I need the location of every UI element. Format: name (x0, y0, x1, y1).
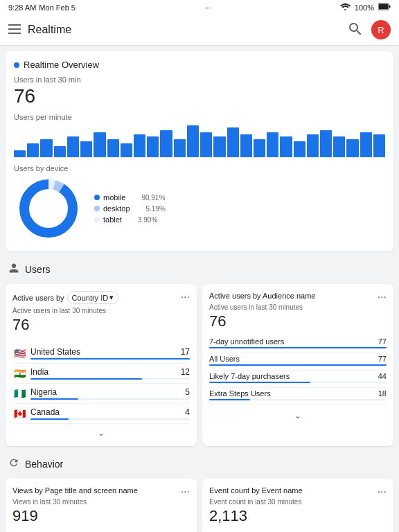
realtime-overview-header: Realtime Overview (14, 60, 385, 70)
svg-rect-2 (389, 6, 390, 8)
chart-bar (360, 132, 372, 157)
chart-bar (134, 134, 145, 157)
device-legend: mobile 90.91% desktop 5.19% tablet 3.90% (94, 193, 166, 224)
audience-list-item: Extra Steps Users 18 (209, 389, 387, 405)
search-icon[interactable] (349, 23, 362, 37)
audience-count: 77 (378, 337, 387, 346)
audience-card-header: Active users by Audience name Active use… (209, 291, 387, 335)
users-title-text: Users (25, 264, 51, 275)
audience-card-title: Active users by Audience name (209, 291, 315, 301)
status-right: 100% (340, 3, 391, 12)
chart-bar (187, 125, 199, 157)
legend-percent: 5.19% (146, 205, 166, 213)
legend-dot (94, 217, 100, 222)
by-device-label: Users by device (14, 164, 385, 172)
country-flag: 🇨🇦 (12, 408, 26, 419)
country-name: India (30, 367, 181, 377)
country-card-header: Active users by Country ID ▾ Active user… (12, 291, 190, 338)
views-more-icon[interactable]: ··· (181, 486, 190, 498)
behavior-icon (8, 457, 19, 470)
filter-row: Active users by Country ID ▾ (12, 291, 118, 304)
active-users-by-label: Active users by (12, 294, 64, 302)
chart-bar (107, 139, 119, 157)
audience-list-item: All Users 77 (209, 355, 387, 371)
chart-bar (27, 143, 39, 157)
country-list-item: 🇨🇦 Canada 4 (12, 404, 190, 424)
donut-chart (14, 174, 83, 243)
country-chevron[interactable]: ⌄ (12, 424, 190, 439)
audience-list: 7-day unnotified users 77 All Users 77 L… (209, 337, 387, 405)
event-subtitle: Event count in last 30 minutes (209, 498, 303, 506)
chart-bar (307, 134, 319, 157)
chart-bar (280, 136, 292, 157)
chart-bar (160, 130, 172, 157)
page-title: Realtime (28, 24, 71, 36)
per-minute-label: Users per minute (14, 113, 385, 121)
top-nav-right: R (349, 20, 391, 39)
top-nav-left: Realtime (8, 23, 71, 37)
country-list: 🇺🇸 United States 17 🇮🇳 India 12 🇳🇬 Niger… (12, 344, 190, 424)
country-flag: 🇮🇳 (12, 368, 26, 379)
svg-rect-1 (379, 4, 388, 9)
legend-name: mobile (103, 193, 125, 202)
legend-dot (94, 195, 100, 200)
chevron-down-icon: ⌄ (98, 428, 105, 438)
event-card-header: Event count by Event name Event count in… (209, 486, 387, 529)
country-list-item: 🇮🇳 India 12 (12, 364, 190, 384)
country-card-title-area: Active users by Country ID ▾ Active user… (12, 291, 118, 338)
chart-bar (333, 136, 345, 157)
users-label: Users in last 30 min (14, 76, 385, 84)
chart-bar (240, 134, 252, 157)
chart-bar (174, 139, 186, 157)
realtime-dot (14, 62, 19, 68)
filter-label: Country ID (72, 294, 109, 302)
chart-bar (121, 143, 132, 157)
audience-name: Extra Steps Users (209, 389, 378, 398)
status-dots: ··· (204, 3, 211, 12)
status-time: 9:28 AM (8, 3, 36, 12)
chevron-down-icon: ⌄ (294, 411, 301, 420)
chart-bar (94, 132, 105, 157)
event-card-title-area: Event count by Event name Event count in… (209, 486, 303, 529)
chart-bar (213, 136, 225, 157)
status-center: ··· (204, 3, 211, 12)
legend-item: desktop 5.19% (94, 204, 166, 213)
users-section-title: Users (6, 257, 393, 278)
audience-more-icon[interactable]: ··· (378, 291, 387, 303)
device-section: mobile 90.91% desktop 5.19% tablet 3.90% (14, 174, 385, 243)
country-item-inner: Canada 4 (30, 407, 190, 420)
legend-name: tablet (103, 215, 122, 224)
legend-item: mobile 90.91% (94, 193, 166, 202)
audience-count: 77 (378, 355, 387, 363)
views-title: Views by Page title and screen name (12, 486, 138, 495)
battery-percentage: 100% (355, 3, 374, 12)
avatar[interactable]: R (371, 20, 391, 39)
audience-name: All Users (209, 355, 378, 363)
chart-bar (294, 141, 305, 157)
legend-item: tablet 3.90% (94, 215, 166, 224)
country-flag: 🇳🇬 (12, 388, 26, 399)
chart-bar (320, 130, 332, 157)
country-item-inner: United States 17 (30, 347, 190, 360)
audience-chevron[interactable]: ⌄ (209, 407, 387, 422)
audience-list-item: Likely 7-day purchasers 44 (209, 372, 387, 388)
country-list-item: 🇺🇸 United States 17 (12, 344, 190, 364)
legend-percent: 90.91% (141, 194, 165, 202)
country-list-item: 🇳🇬 Nigeria 5 (12, 384, 190, 404)
event-more-icon[interactable]: ··· (378, 486, 387, 498)
main-content: Realtime Overview Users in last 30 min 7… (0, 46, 399, 532)
country-name: Nigeria (30, 387, 185, 397)
event-count-card: Event count by Event name Event count in… (202, 479, 393, 532)
users-grid: Active users by Country ID ▾ Active user… (6, 284, 393, 446)
per-minute-chart (14, 123, 385, 157)
country-more-icon[interactable]: ··· (181, 291, 190, 303)
country-id-filter[interactable]: Country ID ▾ (67, 291, 119, 304)
menu-icon[interactable] (8, 23, 21, 37)
legend-dot (94, 206, 100, 211)
country-count-value: 4 (185, 407, 190, 417)
svg-point-6 (24, 184, 73, 233)
chart-bar (40, 139, 52, 157)
active-users-audience-card: Active users by Audience name Active use… (202, 284, 393, 446)
country-name: United States (30, 347, 181, 357)
users-value: 76 (14, 85, 385, 107)
